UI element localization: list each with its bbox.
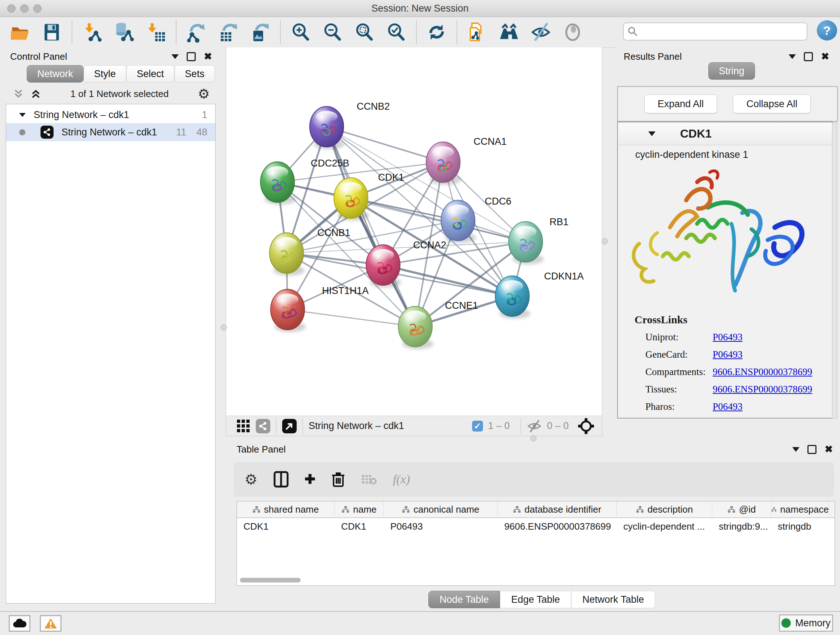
toolbar-search-field[interactable] [623,22,807,41]
network-graph[interactable]: CCNB2CCNA1CDC25BCDK1CDC6RB1CCNB1CCNA2CDK… [226,48,601,415]
network-row[interactable]: String Network – cdk1 11 48 [6,123,215,141]
crosslink-pharos-link[interactable]: P06493 [713,401,743,412]
column-header[interactable]: canonical name [384,501,498,517]
vertical-splitter-handle[interactable] [602,238,608,244]
tab-edge-table[interactable]: Edge Table [500,591,571,608]
network-canvas[interactable]: CCNB2CCNA1CDC25BCDK1CDC6RB1CCNB1CCNA2CDK… [226,48,602,416]
table-options-gear-icon[interactable]: ⚙ [245,472,257,486]
expand-all-button[interactable]: Expand All [644,95,717,113]
node-label-CCNA1: CCNA1 [474,136,507,147]
refresh-layout-icon[interactable] [426,22,447,43]
first-neighbors-icon[interactable] [499,22,519,43]
crosslink-tissues-link[interactable]: 9606.ENSP00000378699 [713,384,812,395]
zoom-fit-icon[interactable] [354,22,375,43]
detach-view-icon[interactable] [282,419,297,433]
duplicate-network-icon[interactable] [467,22,488,43]
float-panel-icon[interactable] [187,52,196,61]
table-cell[interactable]: stringdb:9... [712,518,771,535]
tab-string[interactable]: String [708,62,755,80]
results-scrollbar[interactable] [832,122,837,418]
column-header[interactable]: shared name [237,501,335,517]
tab-network[interactable]: Network [27,65,84,82]
collapse-panel-icon[interactable] [789,54,796,59]
column-header[interactable]: description [617,501,712,517]
crosslink-genecard-link[interactable]: P06493 [713,349,743,360]
zoom-out-icon[interactable] [322,22,343,43]
birdseye-crosshair-icon[interactable] [577,417,595,435]
table-cell[interactable]: CDK1 [237,518,335,535]
column-header[interactable]: database identifier [498,501,617,517]
collection-expand-icon[interactable] [19,113,26,117]
collapse-all-button[interactable]: Collapse All [733,95,811,113]
export-image-icon[interactable] [249,22,271,43]
collapse-panel-icon[interactable] [792,447,799,452]
zoom-in-icon[interactable] [290,22,311,43]
hide-selected-icon[interactable] [531,22,551,43]
table-cell[interactable]: CDK1 [335,518,384,535]
protein-expand-icon[interactable] [648,131,655,136]
show-columns-icon[interactable] [273,471,289,488]
table-cell[interactable]: P06493 [384,518,498,535]
table-hscrollbar[interactable] [240,578,301,583]
crosslink-label: Compartments: [645,366,706,378]
close-panel-icon[interactable]: ✖ [824,445,833,454]
export-table-icon[interactable] [218,22,239,43]
memory-button[interactable]: Memory [779,614,833,632]
node-label-CDC6: CDC6 [485,196,512,207]
table-cell[interactable]: cyclin-dependent ... [617,518,712,535]
crosslink-uniprot-link[interactable]: P06493 [713,332,743,343]
crosslink-compartments-link[interactable]: 9606.ENSP00000378699 [713,366,812,378]
save-session-icon[interactable] [41,22,62,43]
network-view-share-icon[interactable] [256,419,270,433]
string-network-icon [41,126,54,139]
export-network-icon[interactable] [186,22,207,43]
close-panel-icon[interactable]: ✖ [204,52,212,62]
node-gloss [501,280,523,291]
network-collection-row[interactable]: String Network – cdk1 1 [6,106,215,123]
grid-view-icon[interactable] [236,419,251,433]
table-cell[interactable]: stringdb [771,518,829,535]
tab-style[interactable]: Style [84,65,126,82]
column-type-icon [636,506,644,513]
float-panel-icon[interactable] [807,445,816,454]
tab-node-table[interactable]: Node Table [428,591,500,608]
help-button[interactable]: ? [817,20,837,41]
network-edge[interactable] [327,127,415,326]
zoom-selected-icon[interactable] [386,22,407,43]
expand-all-networks-icon[interactable] [30,89,41,99]
column-header[interactable]: name [335,501,384,517]
protein-card-header[interactable]: CDK1 [618,122,832,145]
column-header[interactable]: @id [712,501,771,517]
title-bar: Session: New Session [0,0,840,17]
tab-network-table[interactable]: Network Table [571,591,655,608]
warnings-button[interactable] [40,615,62,632]
add-column-icon[interactable]: ✚ [305,472,316,487]
toolbar-separator [302,418,303,434]
import-network-icon[interactable] [82,22,103,43]
table-row[interactable]: CDK1CDK1P064939606.ENSP00000378699cyclin… [237,518,835,535]
collapse-all-networks-icon[interactable] [13,89,24,99]
search-icon [627,26,638,37]
network-options-gear-icon[interactable]: ⚙ [198,87,210,101]
close-panel-icon[interactable]: ✖ [821,52,829,62]
horizontal-splitter-handle[interactable] [531,435,537,441]
tab-select[interactable]: Select [126,65,174,82]
open-session-icon[interactable] [9,22,30,43]
selected-checkbox-icon[interactable]: ✓ [472,421,483,432]
crosslink-label: Tissues: [645,384,677,395]
import-network-from-database-icon[interactable] [114,22,134,43]
node-gloss [267,166,288,177]
column-header[interactable]: namespace [771,501,829,517]
show-all-icon[interactable] [562,22,583,43]
tab-sets[interactable]: Sets [174,65,215,82]
table-cell[interactable]: 9606.ENSP00000378699 [498,518,617,535]
table-tabs: Node Table Edge Table Network Table [428,591,655,608]
network-edge[interactable] [287,310,415,326]
import-table-icon[interactable] [145,22,166,43]
delete-column-trash-icon[interactable] [332,471,345,488]
collapse-panel-icon[interactable] [172,54,179,59]
float-panel-icon[interactable] [804,52,813,61]
vertical-splitter-handle[interactable] [221,325,227,331]
cloud-status-button[interactable] [9,615,30,632]
node-gloss [372,249,394,260]
